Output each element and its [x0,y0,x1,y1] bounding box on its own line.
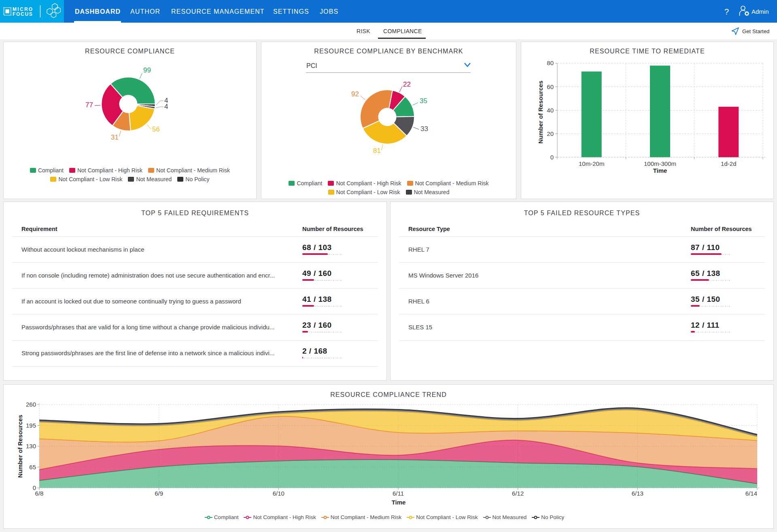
svg-text:6/8: 6/8 [35,490,44,497]
svg-text:6/13: 6/13 [632,490,643,497]
svg-text:100m-300m: 100m-300m [644,160,676,167]
svg-text:6/12: 6/12 [512,490,524,497]
svg-text:130: 130 [26,443,36,449]
svg-text:33: 33 [420,125,428,133]
svg-text:6/11: 6/11 [393,490,404,497]
svg-text:92: 92 [351,90,359,98]
svg-text:65: 65 [29,464,36,471]
svg-text:Number of Resources: Number of Resources [17,415,23,478]
svg-text:81: 81 [373,147,381,155]
svg-text:99: 99 [143,66,151,74]
svg-text:6/14: 6/14 [745,490,757,497]
svg-text:31: 31 [111,134,119,141]
svg-text:60: 60 [547,83,554,90]
svg-text:4: 4 [164,103,168,110]
svg-text:35: 35 [420,97,427,105]
svg-text:10m-20m: 10m-20m [579,160,604,167]
svg-text:1d-2d: 1d-2d [721,160,736,167]
svg-text:40: 40 [547,107,554,114]
svg-text:Time: Time [653,167,667,174]
svg-text:6/10: 6/10 [273,490,284,497]
svg-text:Number of Resources: Number of Resources [537,81,544,144]
svg-text:0: 0 [550,154,554,161]
svg-text:6/9: 6/9 [155,490,163,497]
svg-text:56: 56 [152,125,160,133]
svg-text:80: 80 [547,59,554,66]
svg-text:Time: Time [392,499,406,506]
svg-text:260: 260 [26,401,36,408]
svg-text:195: 195 [26,422,36,429]
svg-text:22: 22 [403,81,411,88]
svg-text:77: 77 [85,101,93,109]
svg-text:20: 20 [547,130,554,137]
